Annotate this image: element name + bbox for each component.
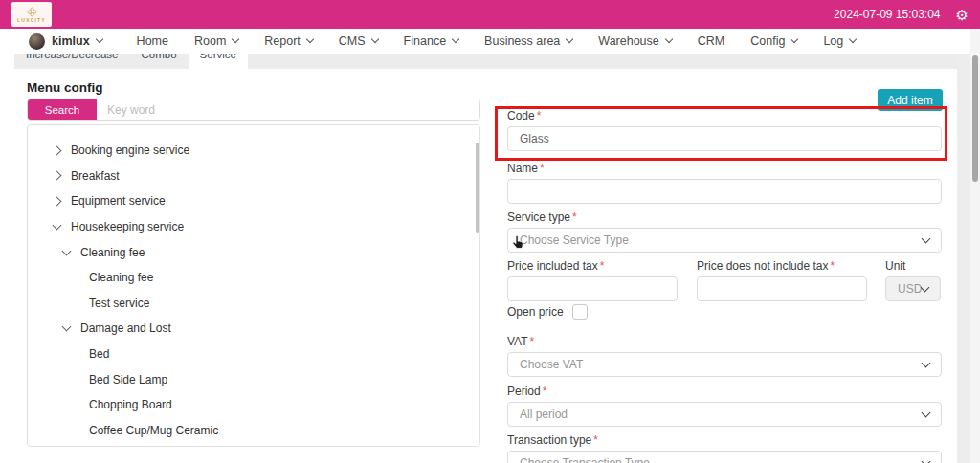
nav-item-crm[interactable]: CRM bbox=[698, 34, 724, 48]
name-input[interactable] bbox=[507, 179, 942, 204]
transaction-type-select[interactable]: Choose Transaction Type bbox=[507, 451, 942, 463]
price-included-input[interactable] bbox=[507, 276, 678, 301]
chevron-down-icon bbox=[370, 35, 378, 43]
tree-scrollbar[interactable] bbox=[476, 143, 479, 233]
nav-item-label: CRM bbox=[698, 34, 724, 48]
tree-item-label: Housekeeping service bbox=[71, 220, 184, 233]
transaction-type-placeholder: Choose Transaction Type bbox=[520, 456, 650, 463]
chevron-down-icon bbox=[232, 35, 239, 43]
chevron-down-icon[interactable] bbox=[62, 246, 72, 255]
chevron-right-icon[interactable] bbox=[53, 197, 62, 207]
chevron-down-icon[interactable] bbox=[53, 221, 62, 231]
required-asterisk: * bbox=[530, 335, 535, 348]
search-button[interactable]: Search bbox=[28, 99, 97, 120]
required-asterisk: * bbox=[600, 259, 605, 273]
nav-item-label: Log bbox=[823, 34, 843, 48]
chevron-down-icon[interactable] bbox=[62, 322, 72, 332]
period-value: All period bbox=[520, 408, 568, 421]
luxcity-logo: LUXCITY bbox=[11, 2, 52, 27]
tree-item-equipment-service[interactable]: Equipment service bbox=[28, 188, 479, 214]
service-type-field-group: Service type* Choose Service Type bbox=[507, 210, 942, 253]
required-asterisk: * bbox=[830, 259, 835, 273]
price-excluded-input[interactable] bbox=[697, 276, 867, 301]
chevron-down-icon bbox=[849, 35, 857, 43]
nav-item-log[interactable]: Log bbox=[823, 34, 856, 48]
tree-item-label: Equipment service bbox=[71, 194, 166, 208]
chevron-down-icon bbox=[922, 408, 931, 417]
chevron-down-icon bbox=[665, 35, 673, 43]
nav-item-label: Home bbox=[137, 34, 168, 48]
nav-item-label: Config bbox=[750, 34, 785, 48]
tree-item-cleaning-fee[interactable]: Cleaning fee bbox=[28, 239, 479, 265]
nav-items: HomeRoomReportCMSFinanceBusiness areaWar… bbox=[137, 34, 857, 48]
period-field-group: Period* All period bbox=[507, 385, 942, 427]
tree-item-coffee-cup-mug-ceramic[interactable]: Coffee Cup/Mug Ceramic bbox=[28, 418, 479, 444]
chevron-down-icon bbox=[566, 35, 573, 43]
unit-select[interactable]: USD bbox=[885, 276, 941, 301]
vat-label: VAT bbox=[507, 335, 528, 348]
tree-item-label: Cleaning fee bbox=[80, 246, 145, 259]
tab-strip: Increase/DecreaseComboService bbox=[14, 54, 958, 69]
page-scrollbar-thumb[interactable] bbox=[972, 55, 978, 182]
unit-label: Unit bbox=[885, 259, 905, 273]
logo-text: LUXCITY bbox=[17, 17, 46, 23]
nav-item-cms[interactable]: CMS bbox=[339, 34, 378, 48]
tree-item-bed-side-lamp[interactable]: Bed Side Lamp bbox=[28, 366, 479, 392]
nav-item-label: Business area bbox=[484, 34, 560, 48]
tree-item-damage-and-lost[interactable]: Damage and Lost bbox=[28, 316, 479, 342]
user-menu[interactable]: kimlux bbox=[29, 33, 102, 50]
chevron-right-icon[interactable] bbox=[53, 145, 62, 155]
tree-item-cleaning-fee[interactable]: Cleaning fee bbox=[28, 265, 479, 291]
tree-item-label: Breakfast bbox=[71, 169, 120, 183]
price-included-label: Price included tax bbox=[507, 259, 598, 273]
settings-gear-icon[interactable]: ⚙ bbox=[956, 8, 969, 22]
required-asterisk: * bbox=[543, 385, 547, 398]
required-asterisk: * bbox=[537, 109, 542, 122]
tab-combo[interactable]: Combo bbox=[130, 54, 189, 69]
flower-icon bbox=[27, 7, 37, 17]
code-field-group: Code* bbox=[507, 109, 942, 151]
nav-item-report[interactable]: Report bbox=[264, 34, 313, 48]
nav-item-business-area[interactable]: Business area bbox=[484, 34, 572, 48]
code-input[interactable] bbox=[507, 126, 942, 151]
nav-item-config[interactable]: Config bbox=[750, 34, 797, 48]
tree-item-chopping-board[interactable]: Chopping Board bbox=[28, 392, 479, 418]
nav-item-home[interactable]: Home bbox=[137, 34, 168, 48]
tree-item-breakfast[interactable]: Breakfast bbox=[28, 164, 479, 189]
chevron-down-icon bbox=[922, 233, 931, 243]
nav-item-warehouse[interactable]: Warehouse bbox=[598, 34, 671, 48]
vat-field-group: VAT* Choose VAT bbox=[507, 335, 942, 377]
open-price-checkbox[interactable] bbox=[572, 304, 588, 320]
tab-service[interactable]: Service bbox=[189, 54, 248, 69]
period-select[interactable]: All period bbox=[507, 402, 942, 427]
nav-item-label: CMS bbox=[339, 34, 366, 48]
service-type-select[interactable]: Choose Service Type bbox=[507, 228, 942, 253]
add-item-button[interactable]: Add item bbox=[878, 89, 943, 111]
nav-item-label: Report bbox=[264, 34, 301, 48]
service-tree-panel: Booking engine serviceBreakfastEquipment… bbox=[27, 124, 480, 447]
service-type-placeholder: Choose Service Type bbox=[520, 233, 629, 247]
search-input[interactable] bbox=[97, 99, 479, 120]
chevron-down-icon bbox=[95, 35, 102, 43]
tree-item-label: Test service bbox=[89, 297, 149, 310]
chevron-right-icon[interactable] bbox=[53, 171, 62, 181]
page-scrollbar[interactable] bbox=[970, 29, 980, 463]
tab-increase-decrease[interactable]: Increase/Decrease bbox=[14, 54, 130, 69]
service-type-label: Service type bbox=[507, 210, 570, 224]
search-bar: Search bbox=[27, 99, 480, 121]
tree-item-label: Booking engine service bbox=[71, 143, 189, 157]
nav-item-finance[interactable]: Finance bbox=[404, 34, 458, 48]
user-name: kimlux bbox=[52, 34, 90, 48]
chevron-down-icon bbox=[921, 282, 930, 292]
vat-select[interactable]: Choose VAT bbox=[507, 352, 942, 377]
nav-item-room[interactable]: Room bbox=[194, 34, 238, 48]
top-bar: LUXCITY 2024-07-09 15:03:04 ⚙ bbox=[0, 0, 980, 29]
tree-item-housekeeping-service[interactable]: Housekeeping service bbox=[28, 214, 479, 240]
chevron-down-icon bbox=[452, 35, 459, 43]
tree-item-test-service[interactable]: Test service bbox=[28, 291, 479, 317]
required-asterisk: * bbox=[572, 210, 577, 224]
price-included-field-group: Price included tax* bbox=[507, 259, 678, 301]
tree-item-booking-engine-service[interactable]: Booking engine service bbox=[28, 138, 479, 164]
tree-item-bed[interactable]: Bed bbox=[28, 342, 479, 367]
price-excluded-field-group: Price does not include tax* bbox=[697, 259, 867, 301]
